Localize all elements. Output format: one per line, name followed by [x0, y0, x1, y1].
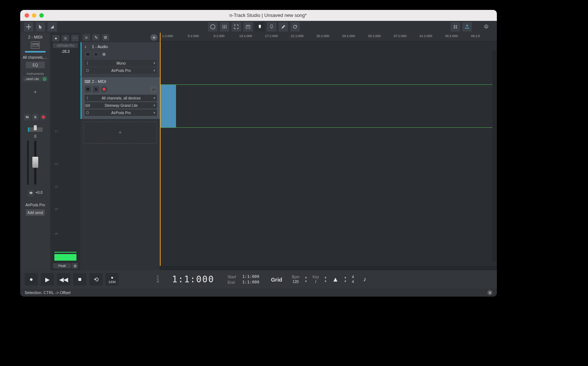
ruler[interactable]: 1:1:000 5:1:000 9:1:000 13:1:000 17:1:00… — [160, 33, 497, 41]
meter-gear-icon[interactable]: ⚙ — [72, 263, 78, 269]
track-mute[interactable]: M — [85, 86, 91, 93]
track-solo[interactable]: S — [93, 51, 99, 58]
marker1-button[interactable] — [255, 22, 265, 32]
pan-slider[interactable] — [28, 124, 43, 131]
mixer-button[interactable] — [220, 22, 229, 32]
live-label: LIVE — [156, 275, 159, 283]
meter-rec-icon[interactable]: ● — [52, 35, 60, 41]
lane-1[interactable] — [161, 41, 492, 84]
key-display[interactable]: Key/ — [312, 275, 319, 284]
add-track-button[interactable]: + — [150, 34, 158, 41]
countin-button[interactable]: ●1234 — [105, 273, 119, 286]
solo-button[interactable]: S — [32, 114, 39, 120]
arm-button[interactable] — [40, 114, 47, 120]
instrument-slot[interactable]: ..rand Lite ⏻ — [23, 76, 48, 81]
metronome-icon[interactable]: ▲ — [330, 273, 341, 286]
minimize-icon[interactable] — [32, 13, 36, 18]
track-arm[interactable] — [101, 86, 107, 93]
vertical-scrollbar[interactable] — [492, 50, 497, 261]
time-signature[interactable]: 44 — [352, 275, 354, 284]
ts-stepper[interactable]: ▲▼ — [344, 276, 347, 283]
toolbar — [20, 21, 497, 33]
track-arm[interactable] — [101, 51, 107, 58]
gear-icon[interactable] — [481, 22, 491, 32]
grid-button[interactable]: Grid — [271, 276, 282, 283]
mute-button[interactable]: M — [24, 114, 31, 120]
tp-menu1-icon[interactable]: ≡ — [83, 34, 90, 41]
rewind-button[interactable]: ◀◀ — [57, 273, 70, 286]
key-stepper[interactable]: ▲▼ — [324, 276, 327, 283]
meter-device[interactable]: AirPods Pro — [53, 43, 78, 48]
draw-button[interactable] — [279, 22, 288, 32]
track-1[interactable]: ♪ 1 - Audio M S IMono▼ OAirPods Pro▼ — [80, 42, 160, 77]
selection-range[interactable]: Start1:1:000 End1:1:000 — [227, 274, 261, 285]
record-button[interactable]: ● — [25, 273, 38, 286]
status-close-icon[interactable]: ✕ — [487, 290, 492, 295]
fader[interactable] — [24, 141, 46, 188]
meter-more-icon[interactable]: ⋯ — [71, 35, 79, 41]
tp-automation-icon[interactable]: ✎ — [92, 34, 100, 41]
peak-button[interactable]: Peak — [53, 263, 71, 268]
add-track-placeholder[interactable]: + — [83, 122, 157, 144]
midi-instrument[interactable]: ⌨Steinway Grand Lite▼ — [85, 102, 157, 109]
strip-color-bar — [25, 51, 46, 52]
strip-channels[interactable]: All channels, a... — [23, 55, 48, 59]
track-input[interactable]: IMono▼ — [85, 60, 157, 66]
fullscreen-button[interactable] — [232, 22, 241, 32]
strip-output[interactable]: AirPods Pro — [23, 203, 48, 207]
instruments-label: Instruments — [26, 72, 44, 76]
pointer-tool[interactable] — [36, 22, 45, 32]
track-expand-icon[interactable]: ▭ — [150, 86, 157, 93]
track-name: 1 - Audio — [92, 44, 108, 49]
transport-bar: ● ▶ ◀◀ ■ ⟲ ●1234 LIVE 1:1:000 Start1:1:0… — [20, 270, 497, 289]
tp-gear-icon[interactable]: ⚙ — [102, 34, 109, 41]
status-bar: Selection. CTRL -> Offset ✕ — [20, 289, 497, 297]
content-area: 2 - MIDI All channels, a... EQ Instrumen… — [20, 33, 497, 270]
eq-button[interactable]: EQ — [26, 62, 45, 68]
fade-tool[interactable] — [47, 22, 57, 32]
power-icon[interactable]: ⏻ — [43, 77, 46, 81]
bpm-display[interactable]: Bpm120 — [292, 275, 300, 284]
meter-menu-icon[interactable]: ≡ — [62, 35, 69, 41]
move-tool[interactable] — [24, 22, 33, 32]
zoom-icon[interactable] — [39, 13, 44, 18]
info-button[interactable] — [208, 22, 218, 32]
add-insert[interactable]: + — [34, 89, 37, 95]
track-solo[interactable]: S — [93, 86, 99, 93]
svg-point-7 — [456, 27, 457, 29]
plugins-button[interactable] — [451, 22, 460, 32]
keyboard-icon[interactable] — [31, 41, 40, 49]
midi-input[interactable]: IAll channels, all devices▼ — [85, 95, 157, 101]
stop-button[interactable]: ■ — [73, 273, 86, 286]
share-button[interactable] — [462, 22, 472, 32]
svg-point-4 — [454, 25, 455, 27]
midi-icon: ⌨ — [85, 79, 90, 84]
bpm-stepper[interactable]: ▲▼ — [305, 276, 308, 283]
svg-point-6 — [454, 27, 455, 29]
level-meter: -12 -24 -32 -38 -48 — [53, 56, 78, 261]
track-mute[interactable]: M — [85, 51, 91, 58]
arrangement-area[interactable] — [160, 41, 497, 266]
svg-point-5 — [456, 25, 457, 27]
play-button[interactable]: ▶ — [41, 273, 54, 286]
traffic-lights — [25, 13, 44, 18]
svg-rect-2 — [259, 25, 261, 28]
time-display[interactable]: 1:1:000 — [172, 274, 214, 285]
monitor-icon[interactable]: 👁 — [28, 190, 34, 196]
svg-rect-3 — [270, 25, 272, 28]
track-2[interactable]: ⌨ 2 - MIDI M S ▭ IAll channels, all devi… — [80, 77, 160, 119]
close-icon[interactable] — [25, 13, 29, 18]
lane-2[interactable] — [161, 84, 492, 128]
window-title: n-Track Studio | Unsaved new song* — [44, 12, 492, 18]
horizontal-scrollbar[interactable] — [160, 266, 497, 270]
add-send-button[interactable]: Add send — [26, 209, 45, 216]
midi-output[interactable]: OAirPods Pro▼ — [85, 109, 157, 116]
midi-clip[interactable] — [161, 85, 176, 127]
track-output[interactable]: OAirPods Pro▼ — [85, 67, 157, 74]
piano-button[interactable] — [243, 22, 253, 32]
monitor-pan: +0.0 — [35, 191, 43, 196]
refresh-button[interactable] — [290, 22, 300, 32]
note-value-icon[interactable]: ♪ — [359, 273, 370, 286]
loop-button[interactable]: ⟲ — [89, 273, 103, 286]
marker2-button[interactable] — [267, 22, 276, 32]
